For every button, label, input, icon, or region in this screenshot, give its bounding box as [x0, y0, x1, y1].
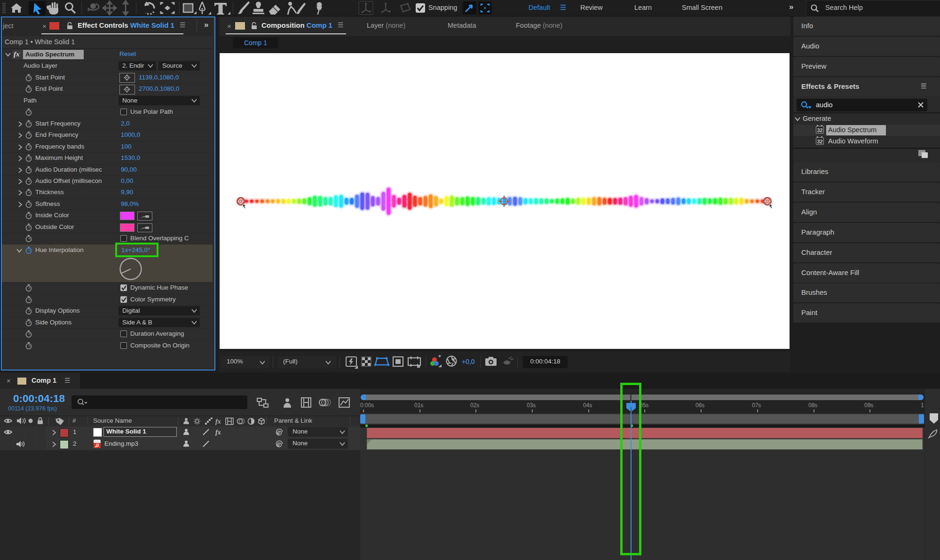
svg-text:fx: fx: [215, 418, 221, 425]
svg-text:fx: fx: [215, 429, 221, 436]
